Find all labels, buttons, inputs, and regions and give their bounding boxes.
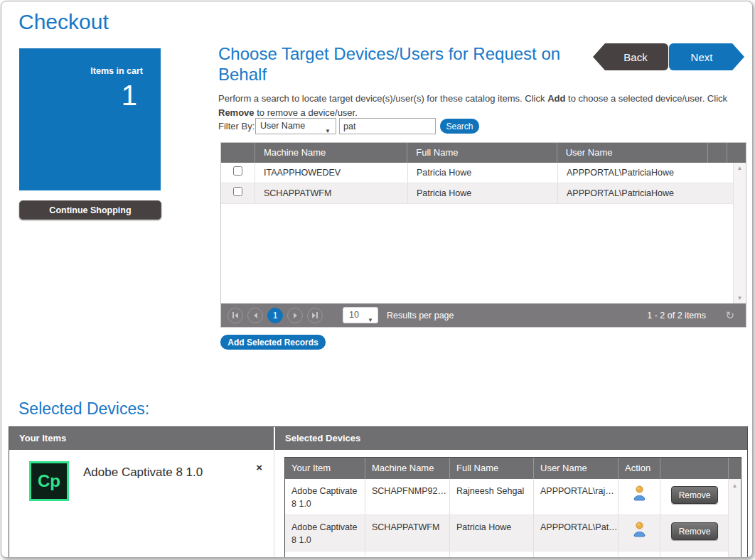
search-button[interactable]: Search: [440, 119, 479, 134]
row-checkbox[interactable]: [233, 187, 242, 196]
cell-machine-name: SCHAPPATWFM: [255, 183, 407, 203]
column-header-your-item: Your Item: [285, 458, 365, 479]
cell-your-item: Adobe Captivate 8 1.0: [285, 515, 365, 551]
vertical-scrollbar[interactable]: ▲ ▼: [733, 163, 746, 303]
filter-by-selected-value: User Name: [260, 121, 305, 131]
page-title: Checkout: [18, 10, 109, 34]
previous-page-button[interactable]: [247, 308, 263, 323]
cell-machine-name: SCHAPPATWFM: [365, 515, 449, 551]
selected-devices-panel: Your Items Selected Devices Cp Adobe Cap…: [9, 426, 748, 558]
results-grid-body: ITAAPPHOWEDEV Patricia Howe APPPORTAL\Pa…: [221, 163, 746, 303]
cell-user-name: APPPORTAL\raj…: [533, 479, 618, 515]
remove-button[interactable]: Remove: [671, 522, 718, 540]
last-page-button[interactable]: [307, 308, 323, 323]
scroll-up-icon[interactable]: ▲: [732, 483, 738, 489]
instructions-bold-add: Add: [547, 93, 565, 104]
current-page-button[interactable]: 1: [267, 308, 283, 323]
instructions-text: Perform a search to locate target device…: [218, 92, 746, 120]
column-header-machine-name: Machine Name: [365, 458, 449, 479]
table-row[interactable]: ITAAPPHOWEDEV Patricia Howe APPPORTAL\Pa…: [221, 163, 733, 183]
column-header-scroll-spacer: [727, 143, 746, 163]
user-person-icon[interactable]: [632, 485, 647, 501]
column-header-remove: [660, 458, 728, 479]
cell-machine-name: ITAAPPHOWEDEV: [255, 163, 407, 183]
instructions-part1: Perform a search to locate target device…: [218, 93, 547, 104]
results-per-page-label: Results per page: [387, 311, 454, 321]
search-input[interactable]: [339, 118, 436, 134]
row-checkbox[interactable]: [233, 166, 242, 176]
table-row: Adobe Captivate 8 1.0 SCHAPFNMP92… Rajne…: [285, 479, 728, 515]
cell-your-item: Adobe Captivate 8 1.0: [285, 479, 365, 515]
first-page-button[interactable]: [227, 308, 243, 323]
cell-full-name: Patricia Howe: [449, 515, 533, 551]
next-page-button[interactable]: [287, 308, 303, 323]
filter-by-select[interactable]: User Name ▼: [255, 118, 336, 134]
instructions-part2: to choose a selected device/user. Click: [565, 93, 727, 104]
cell-full-name: Patricia Howe: [407, 163, 557, 183]
remove-button[interactable]: Remove: [671, 486, 718, 504]
close-icon[interactable]: ×: [256, 461, 262, 473]
checkout-window: Checkout Items in cart 1 Continue Shoppi…: [1, 1, 753, 558]
refresh-icon[interactable]: ↻: [725, 309, 734, 322]
adobe-captivate-icon: Cp: [29, 461, 69, 501]
panel-header: Your Items Selected Devices: [9, 427, 747, 450]
selected-devices-table-body: Adobe Captivate 8 1.0 SCHAPFNMP92… Rajne…: [285, 479, 741, 558]
cart-item-name: Adobe Captivate 8 1.0: [83, 465, 203, 480]
cell-full-name: Patricia Howe: [407, 183, 557, 203]
results-grid-header: Machine Name Full Name User Name: [221, 143, 746, 163]
add-selected-records-button[interactable]: Add Selected Records: [220, 335, 326, 350]
selected-devices-header: Selected Devices: [275, 427, 747, 450]
page-size-value: 10: [349, 310, 359, 320]
column-header-full-name: Full Name: [449, 458, 533, 479]
column-header-full-name: Full Name: [407, 143, 556, 163]
cell-full-name: Rajneesh Sehgal: [449, 479, 533, 515]
cell-machine-name: SCHAPFNMP92…: [365, 479, 449, 515]
chevron-down-icon: ▼: [325, 124, 331, 139]
cell-action: [618, 479, 660, 515]
back-button[interactable]: Back: [593, 43, 668, 70]
device-results-grid: Machine Name Full Name User Name ITAAPPH…: [220, 142, 746, 328]
page-size-select[interactable]: 10 ▼: [343, 307, 378, 323]
cell-action: [618, 515, 660, 551]
chevron-down-icon: ▼: [368, 313, 373, 328]
instructions-part3: to remove a device/user.: [255, 107, 358, 118]
continue-shopping-button[interactable]: Continue Shopping: [19, 200, 161, 220]
table-row: [285, 551, 728, 558]
cell-user-name: APPPORTAL\Pat…: [533, 515, 618, 551]
your-items-header: Your Items: [9, 427, 274, 450]
cart-count: 1: [122, 80, 137, 112]
scroll-up-icon[interactable]: ▲: [737, 165, 743, 171]
cart-label: Items in cart: [90, 66, 143, 76]
cart-summary: Items in cart 1: [19, 48, 161, 190]
next-button[interactable]: Next: [669, 43, 744, 70]
your-items-pane: Cp Adobe Captivate 8 1.0 ×: [9, 450, 274, 558]
previous-page-icon: [254, 313, 257, 318]
section-heading: Choose Target Devices/Users for Request …: [218, 44, 581, 85]
scroll-down-icon[interactable]: ▼: [737, 295, 743, 301]
column-header-action: Action: [618, 458, 660, 479]
vertical-scrollbar[interactable]: ▲: [728, 479, 741, 558]
pagination-bar: 1 10 ▼ Results per page 1 - 2 of 2 items…: [221, 303, 746, 327]
items-count-label: 1 - 2 of 2 items: [647, 311, 706, 321]
next-page-icon: [294, 313, 297, 318]
user-person-icon[interactable]: [632, 521, 647, 537]
instructions-bold-remove: Remove: [218, 107, 255, 118]
filter-by-label: Filter By:: [218, 121, 255, 131]
column-header-machine-name: Machine Name: [255, 143, 407, 163]
last-page-icon: [312, 313, 316, 318]
selected-devices-table-header: Your Item Machine Name Full Name User Na…: [285, 458, 741, 479]
table-row[interactable]: SCHAPPATWFM Patricia Howe APPPORTAL\Patr…: [221, 183, 733, 204]
selected-devices-table: Your Item Machine Name Full Name User Na…: [284, 457, 741, 558]
column-header-user-name: User Name: [557, 143, 707, 163]
checkbox-column-header: [221, 143, 255, 163]
first-page-icon: [232, 312, 234, 318]
column-header-scroll-spacer: [728, 458, 741, 479]
selected-devices-heading: Selected Devices:: [18, 399, 149, 419]
column-header-user-name: User Name: [533, 458, 618, 479]
column-header-spacer: [707, 143, 727, 163]
cell-user-name: APPPORTAL\PatriciaHowe: [557, 183, 733, 203]
cell-user-name: APPPORTAL\PatriciaHowe: [557, 163, 733, 183]
table-row: Adobe Captivate 8 1.0 SCHAPPATWFM Patric…: [285, 515, 728, 551]
